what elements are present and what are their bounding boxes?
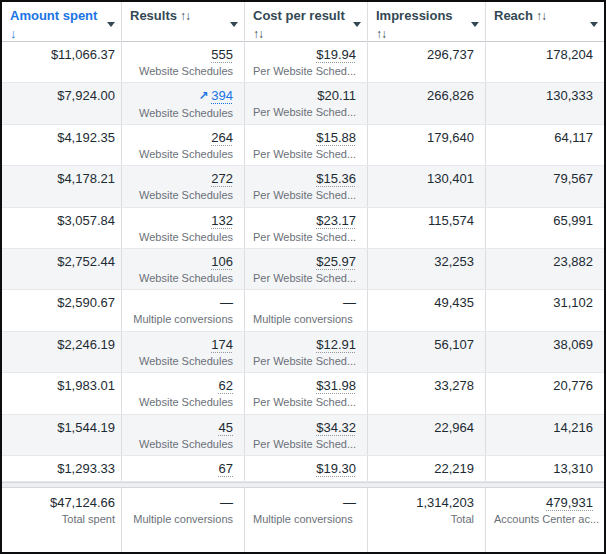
results-value[interactable]: 264 xyxy=(211,130,233,145)
results-type-label: Website Schedules xyxy=(130,106,233,120)
results-cell: 62 Website Schedules xyxy=(122,373,245,413)
amount-spent-cell: $2,246.19 xyxy=(2,332,122,372)
reach-value: 20,776 xyxy=(494,377,593,394)
results-cell: 174 Website Schedules xyxy=(122,332,245,372)
reach-cell: 130,333 xyxy=(486,83,604,123)
total-cost-per-result-value: — xyxy=(253,494,356,511)
impressions-value: 49,435 xyxy=(376,294,474,311)
column-header-cost-per-result[interactable]: Cost per result ↑↓ xyxy=(245,2,368,44)
cost-per-result-value[interactable]: $19.94 xyxy=(316,47,356,62)
table-row: $1,544.19 45 Website Schedules $34.32 Pe… xyxy=(2,415,604,456)
amount-spent-cell: $7,924.00 xyxy=(2,83,122,123)
results-value[interactable]: 62 xyxy=(219,378,233,393)
cost-per-result-cell: $15.36 Per Website Sched... xyxy=(245,166,368,206)
amount-spent-cell: $3,057.84 xyxy=(2,208,122,248)
cost-type-label: Per Website Sched... xyxy=(253,230,356,244)
amount-spent-value: $7,924.00 xyxy=(10,87,115,104)
column-menu-caret-icon[interactable] xyxy=(230,22,238,27)
results-value[interactable]: 272 xyxy=(211,171,233,186)
reach-value: 178,204 xyxy=(494,46,593,63)
reach-value: 13,310 xyxy=(494,460,593,477)
column-header-results[interactable]: Results↑↓ xyxy=(122,2,245,44)
cost-per-result-value[interactable]: $15.36 xyxy=(316,171,356,186)
cost-per-result-value[interactable]: $34.32 xyxy=(316,420,356,435)
cost-per-result-value: — xyxy=(343,295,356,310)
sort-toggle-icon[interactable]: ↑↓ xyxy=(376,27,386,41)
cost-per-result-cell: $20.11 Per Website Sched... xyxy=(245,83,368,123)
sort-toggle-icon[interactable]: ↑↓ xyxy=(180,9,190,23)
impressions-value: 33,278 xyxy=(376,377,474,394)
column-menu-caret-icon[interactable] xyxy=(471,22,479,27)
cost-type-label: Per Website Sched... xyxy=(253,395,356,409)
sort-toggle-icon[interactable]: ↑↓ xyxy=(253,27,263,41)
column-menu-caret-icon[interactable] xyxy=(590,22,598,27)
results-value[interactable]: 132 xyxy=(211,213,233,228)
cost-per-result-cell: $23.17 Per Website Sched... xyxy=(245,208,368,248)
amount-spent-value: $4,178.21 xyxy=(10,170,115,187)
cost-per-result-value[interactable]: $25.97 xyxy=(316,254,356,269)
cost-per-result-cell: — Multiple conversions xyxy=(245,290,368,330)
table-row: $4,192.35 264 Website Schedules $15.88 P… xyxy=(2,125,604,166)
impressions-value: 22,219 xyxy=(376,460,474,477)
cost-per-result-value[interactable]: $19.30 xyxy=(316,461,356,476)
impressions-value: 130,401 xyxy=(376,170,474,187)
results-value[interactable]: 67 xyxy=(219,461,233,476)
reach-value: 23,882 xyxy=(494,253,593,270)
column-menu-caret-icon[interactable] xyxy=(107,22,115,27)
reach-cell: 65,991 xyxy=(486,208,604,248)
cost-per-result-cell: $15.88 Per Website Sched... xyxy=(245,125,368,165)
total-impressions-value: 1,314,203 xyxy=(376,494,474,511)
column-header-impressions[interactable]: Impressions ↑↓ xyxy=(368,2,486,44)
reach-cell: 23,882 xyxy=(486,249,604,289)
amount-spent-cell: $2,752.44 xyxy=(2,249,122,289)
sort-toggle-icon[interactable]: ↑↓ xyxy=(536,9,546,23)
amount-spent-value: $2,590.67 xyxy=(10,294,115,311)
column-menu-caret-icon[interactable] xyxy=(353,22,361,27)
amount-spent-value: $1,544.19 xyxy=(10,419,115,436)
impressions-value: 56,107 xyxy=(376,336,474,353)
reach-cell: 38,069 xyxy=(486,332,604,372)
total-results-value: — xyxy=(130,494,233,511)
table-row: $2,246.19 174 Website Schedules $12.91 P… xyxy=(2,332,604,373)
cost-per-result-cell: $25.97 Per Website Sched... xyxy=(245,249,368,289)
reach-cell: 178,204 xyxy=(486,42,604,82)
results-type-label: Website Schedules xyxy=(130,354,233,368)
results-value[interactable]: 106 xyxy=(211,254,233,269)
results-value[interactable]: 174 xyxy=(211,337,233,352)
results-cell: 132 Website Schedules xyxy=(122,208,245,248)
column-header-amount-spent[interactable]: Amount spent ↓ xyxy=(2,2,122,44)
results-value[interactable]: 45 xyxy=(219,420,233,435)
reach-value: 64,117 xyxy=(494,129,593,146)
table-row: $4,178.21 272 Website Schedules $15.36 P… xyxy=(2,166,604,207)
impressions-cell: 22,219 xyxy=(368,456,486,481)
cost-per-result-value[interactable]: $31.98 xyxy=(316,378,356,393)
cost-type-label: Per Website Sched... xyxy=(253,188,356,202)
column-header-label: Results xyxy=(130,8,177,23)
cost-type-label: Per Website Sched... xyxy=(253,64,356,78)
total-results-label: Multiple conversions xyxy=(130,512,233,526)
reach-cell: 14,216 xyxy=(486,415,604,455)
results-type-label: Website Schedules xyxy=(130,147,233,161)
amount-spent-cell: $11,066.37 xyxy=(2,42,122,82)
results-value: — xyxy=(220,295,233,310)
cost-per-result-value[interactable]: $23.17 xyxy=(316,213,356,228)
reach-value: 130,333 xyxy=(494,87,593,104)
sort-descending-icon[interactable]: ↓ xyxy=(10,26,16,41)
total-cost-per-result-label: Multiple conversions xyxy=(253,512,356,526)
impressions-cell: 49,435 xyxy=(368,290,486,330)
reach-value: 79,567 xyxy=(494,170,593,187)
total-amount-spent-value: $47,124.66 xyxy=(10,494,115,511)
column-header-label-wrap: Impressions ↑↓ xyxy=(376,6,467,42)
impressions-cell: 130,401 xyxy=(368,166,486,206)
column-header-reach[interactable]: Reach↑↓ xyxy=(486,2,604,44)
cost-per-result-value[interactable]: $12.91 xyxy=(316,337,356,352)
cost-per-result-value[interactable]: $15.88 xyxy=(316,130,356,145)
amount-spent-cell: $1,293.33 xyxy=(2,456,122,481)
column-header-label-wrap: Results↑↓ xyxy=(130,6,190,24)
results-value[interactable]: 555 xyxy=(211,47,233,62)
results-value[interactable]: 394 xyxy=(211,88,233,103)
impressions-cell: 32,253 xyxy=(368,249,486,289)
reach-cell: 79,567 xyxy=(486,166,604,206)
total-reach-value[interactable]: 479,931 xyxy=(546,495,593,510)
ads-metrics-table: Amount spent ↓ Results↑↓ Cost per result… xyxy=(0,0,606,554)
